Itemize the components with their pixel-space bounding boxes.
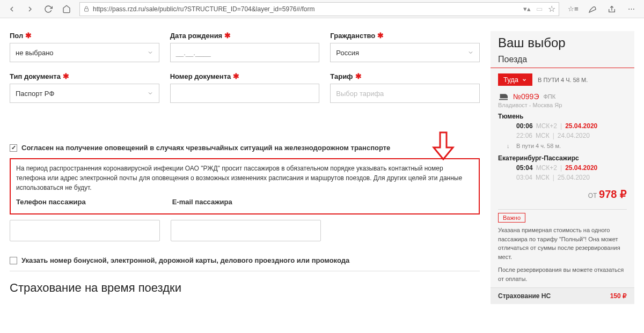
phone-input[interactable] bbox=[10, 220, 160, 241]
star-icon[interactable]: ☆ bbox=[548, 4, 555, 14]
sidebar-title: Ваш выбор bbox=[491, 31, 634, 54]
consent-checkbox-row[interactable]: ✓ Согласен на получение оповещений в слу… bbox=[10, 144, 480, 152]
svg-rect-0 bbox=[85, 9, 89, 11]
train-icon bbox=[498, 92, 509, 101]
important-text-2: После резервирования вы можете отказатьс… bbox=[498, 265, 627, 283]
travel-time-label: В ПУТИ 4 Ч. 58 М. bbox=[538, 77, 588, 83]
arr-date: 25.04.2020 bbox=[565, 164, 597, 172]
citizenship-label: Гражданство✱ bbox=[330, 31, 480, 40]
dep1-date: 25.04.2020 bbox=[565, 122, 597, 130]
book-icon[interactable]: ▭ bbox=[536, 5, 543, 13]
travel-duration-note: В пути 4 ч. 58 м. bbox=[491, 140, 634, 151]
share-icon[interactable] bbox=[602, 2, 621, 17]
dep1b-tz: МСК bbox=[536, 132, 550, 139]
important-badge: Важно bbox=[498, 213, 525, 223]
checkbox-checked-icon: ✓ bbox=[10, 144, 17, 152]
station-2: Екатеринбург-Пассажирс bbox=[491, 151, 634, 163]
chevron-down-icon bbox=[467, 49, 474, 56]
browser-toolbar: https://pass.rzd.ru/sale/public/ru?STRUC… bbox=[0, 0, 644, 18]
docnumber-label: Номер документа✱ bbox=[170, 72, 320, 80]
covid-notice-box: На период распространения коронавирусной… bbox=[10, 158, 480, 214]
important-text-1: Указана примерная стоимость на одного па… bbox=[498, 226, 627, 261]
email-label: E-mail пассажира bbox=[172, 198, 318, 206]
gender-label: Пол✱ bbox=[10, 31, 159, 40]
tariff-input: Выбор тарифа bbox=[330, 84, 480, 103]
chevron-down-icon bbox=[522, 77, 527, 83]
bonus-label: Указать номер бонусной, электронной, дор… bbox=[21, 256, 349, 264]
sidebar-insurance-label: Страхование НС bbox=[498, 292, 551, 300]
reader-icon[interactable]: ▾▴ bbox=[523, 5, 531, 13]
citizenship-select[interactable]: Россия bbox=[330, 43, 480, 62]
arr-tz: МСК+2 bbox=[536, 164, 557, 172]
price-from-label: ОТ bbox=[588, 192, 597, 199]
dep1-time: 00:06 bbox=[516, 122, 533, 130]
favorites-icon[interactable]: ☆≡ bbox=[564, 2, 583, 17]
insurance-heading: Страхование на время поездки bbox=[10, 271, 480, 295]
chevron-down-icon bbox=[147, 49, 153, 56]
lock-icon bbox=[83, 5, 90, 12]
direction-badge[interactable]: Туда bbox=[498, 73, 532, 86]
address-bar[interactable]: https://pass.rzd.ru/sale/public/ru?STRUC… bbox=[79, 2, 559, 16]
birthdate-input[interactable]: __.__.____ bbox=[170, 43, 320, 62]
chevron-down-icon bbox=[147, 90, 153, 97]
tariff-label: Тариф✱ bbox=[330, 72, 480, 80]
dep1b-date: 24.04.2020 bbox=[558, 132, 590, 139]
home-button[interactable] bbox=[58, 2, 75, 17]
forward-button[interactable] bbox=[21, 2, 39, 17]
checkbox-unchecked-icon bbox=[10, 257, 17, 264]
birthdate-label: Дата рождения✱ bbox=[170, 31, 320, 40]
route-text: Владивост - Москва Яр bbox=[491, 101, 634, 109]
station-1: Тюмень bbox=[491, 109, 634, 121]
url-text: https://pass.rzd.ru/sale/public/ru?STRUC… bbox=[93, 5, 523, 13]
docnumber-input[interactable] bbox=[170, 84, 320, 103]
bonus-checkbox-row[interactable]: Указать номер бонусной, электронной, дор… bbox=[10, 256, 480, 264]
email-input[interactable] bbox=[171, 220, 321, 241]
doctype-label: Тип документа✱ bbox=[10, 72, 159, 80]
train-company: ФПК bbox=[543, 93, 555, 100]
dep1-tz: МСК+2 bbox=[536, 122, 557, 130]
doctype-select[interactable]: Паспорт РФ bbox=[10, 84, 159, 103]
gender-select[interactable]: не выбрано bbox=[10, 43, 159, 62]
sidebar-subtitle: Поезда bbox=[491, 54, 634, 68]
arrow-annotation-icon bbox=[431, 131, 455, 162]
consent-label: Согласен на получение оповещений в случа… bbox=[21, 144, 390, 152]
refresh-button[interactable] bbox=[40, 2, 57, 17]
more-icon[interactable]: ⋯ bbox=[621, 2, 641, 17]
price-value: 978 ₽ bbox=[599, 188, 627, 200]
sidebar: Ваш выбор Поезда Туда В ПУТИ 4 Ч. 58 М. … bbox=[491, 31, 634, 304]
sidebar-insurance-price: 150 ₽ bbox=[610, 292, 627, 300]
pen-icon[interactable] bbox=[583, 2, 602, 17]
arrb-time: 03:04 bbox=[516, 174, 532, 181]
arr-time: 05:04 bbox=[516, 164, 533, 172]
train-number: №099Э bbox=[513, 92, 539, 101]
notice-text: На период распространения коронавирусной… bbox=[16, 164, 473, 193]
phone-label: Телефон пассажира bbox=[16, 198, 162, 206]
dep1b-time: 22:06 bbox=[516, 132, 532, 139]
back-button[interactable] bbox=[3, 2, 20, 17]
arrb-date: 25.04.2020 bbox=[558, 174, 590, 181]
arrb-tz: МСК bbox=[536, 174, 550, 181]
